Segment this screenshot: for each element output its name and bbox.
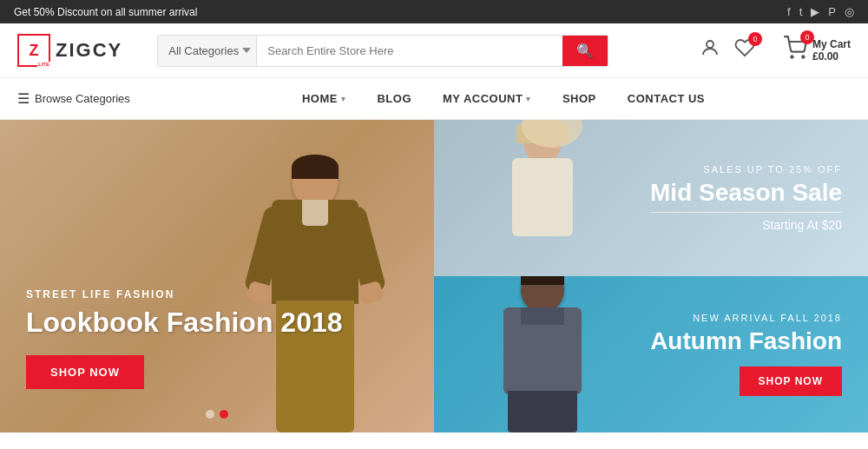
- man2-collar: [521, 307, 564, 325]
- nav-blog[interactable]: BLOG: [361, 80, 427, 117]
- nav-my-account[interactable]: MY ACCOUNT ▾: [427, 80, 547, 117]
- cart-badge: 0: [800, 30, 814, 44]
- nav-contact-us[interactable]: CONTACT US: [612, 80, 720, 117]
- man-shirt: [302, 200, 328, 226]
- cart-amount: £0.00: [812, 50, 851, 63]
- woman-body: [490, 122, 595, 276]
- pinterest-icon[interactable]: P: [828, 5, 836, 18]
- hero-left-banner: STREET LIFE FASHION Lookbook Fashion 201…: [0, 120, 434, 432]
- wishlist-icon[interactable]: 0: [734, 37, 755, 63]
- hamburger-icon: ☰: [17, 90, 30, 107]
- browse-label: Browse Categories: [35, 92, 130, 105]
- hero-right-top-banner: SALES UP TO 25% OFF Mid Season Sale Star…: [434, 120, 868, 276]
- man2-pants: [508, 391, 577, 432]
- hero-section: STREET LIFE FASHION Lookbook Fashion 201…: [0, 120, 868, 432]
- cart-label-wrap: My Cart £0.00: [812, 38, 851, 63]
- hero-right-bottom-banner: NEW ARRIVAL FALL 2018 Autumn Fashion SHO…: [434, 276, 868, 432]
- category-select[interactable]: All Categories: [158, 36, 257, 66]
- hero-title: Lookbook Fashion 2018: [26, 307, 343, 338]
- logo-text: ZIGCY: [56, 39, 122, 62]
- svg-point-2: [802, 56, 804, 57]
- sale-label: SALES UP TO 25% OFF: [650, 164, 842, 175]
- man2-photo-area: [434, 276, 651, 432]
- hero-right: SALES UP TO 25% OFF Mid Season Sale Star…: [434, 120, 868, 432]
- promo-text: Get 50% Discount on all summer arrival: [14, 6, 197, 18]
- logo-icon: Z: [17, 34, 50, 67]
- man2-hair: [521, 276, 564, 285]
- man-hair: [292, 155, 339, 179]
- svg-point-0: [707, 41, 713, 48]
- arrival-label: NEW ARRIVAL FALL 2018: [650, 313, 842, 323]
- facebook-icon[interactable]: f: [787, 5, 791, 18]
- starting-price: Starting At $20: [650, 212, 842, 232]
- svg-point-1: [791, 56, 792, 57]
- search-area: All Categories 🔍: [157, 35, 608, 67]
- cart-wrap[interactable]: 0 My Cart £0.00: [783, 36, 851, 66]
- cart-label: My Cart: [812, 38, 851, 50]
- woman-photo-area: [434, 120, 651, 276]
- dot-1[interactable]: [206, 410, 214, 419]
- top-bar: Get 50% Discount on all summer arrival f…: [0, 0, 868, 23]
- main-nav: HOME ▾ BLOG MY ACCOUNT ▾ SHOP CONTACT US: [156, 80, 851, 117]
- twitter-icon[interactable]: t: [799, 5, 803, 18]
- man2-body: [486, 276, 599, 432]
- nav-home[interactable]: HOME ▾: [286, 80, 362, 117]
- nav-bar: ☰ Browse Categories HOME ▾ BLOG MY ACCOU…: [0, 78, 868, 120]
- autumn-title: Autumn Fashion: [650, 328, 842, 355]
- sale-title: Mid Season Sale: [650, 180, 842, 207]
- search-icon: 🔍: [576, 43, 594, 58]
- hero-dots: [206, 410, 228, 419]
- header-icons: 0 0 My Cart £0.00: [700, 36, 851, 66]
- logo[interactable]: Z ZIGCY: [17, 34, 122, 67]
- hero-right-top-content: SALES UP TO 25% OFF Mid Season Sale Star…: [650, 164, 842, 232]
- chevron-down-icon-2: ▾: [526, 95, 531, 103]
- chevron-down-icon: ▾: [341, 95, 346, 103]
- hero-left-content: STREET LIFE FASHION Lookbook Fashion 201…: [26, 288, 343, 389]
- browse-categories[interactable]: ☰ Browse Categories: [17, 78, 156, 119]
- instagram-icon[interactable]: ◎: [845, 5, 854, 18]
- hero-shop-now-button[interactable]: SHOP NOW: [26, 355, 144, 389]
- account-icon[interactable]: [700, 37, 720, 63]
- autumn-shop-now-button[interactable]: SHOP NOW: [740, 366, 842, 396]
- youtube-icon[interactable]: ▶: [811, 5, 819, 18]
- hero-right-bottom-content: NEW ARRIVAL FALL 2018 Autumn Fashion SHO…: [650, 313, 842, 397]
- nav-shop[interactable]: SHOP: [547, 80, 612, 117]
- header: Z ZIGCY All Categories 🔍 0: [0, 23, 868, 78]
- dot-2[interactable]: [220, 410, 228, 419]
- search-input[interactable]: [257, 36, 562, 66]
- wishlist-badge: 0: [748, 32, 762, 46]
- logo-letter: Z: [30, 42, 39, 60]
- hero-subtitle: STREET LIFE FASHION: [26, 288, 343, 300]
- woman-top: [512, 158, 573, 236]
- social-links: f t ▶ P ◎: [787, 5, 854, 18]
- search-button[interactable]: 🔍: [562, 36, 608, 66]
- cart-icon: 0: [783, 36, 807, 66]
